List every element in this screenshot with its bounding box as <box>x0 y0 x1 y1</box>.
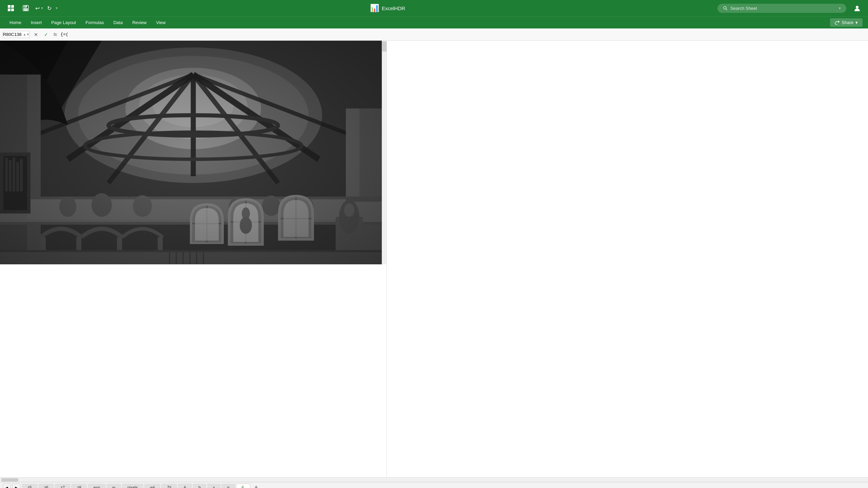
undo-button[interactable]: ↩ <box>35 5 40 12</box>
save-icon[interactable] <box>20 3 31 14</box>
church-image <box>0 41 387 264</box>
sheet-tab-x[interactable]: x <box>207 484 221 488</box>
svg-rect-2 <box>8 8 11 11</box>
sheet-tab-wij[interactable]: wij <box>144 484 160 488</box>
horizontal-scrollbar-thumb[interactable] <box>1 478 18 482</box>
menu-home[interactable]: Home <box>5 19 25 26</box>
title-bar-center: 📊 ExcelHDR <box>370 4 405 13</box>
title-bar-left: ↩ ▾ ↻ ▾ <box>5 3 58 14</box>
sheet-tab-a[interactable]: A <box>178 484 192 488</box>
title-bar: ↩ ▾ ↻ ▾ 📊 ExcelHDR Search Sheet ▾ <box>0 0 868 16</box>
app-title: ExcelHDR <box>382 5 405 11</box>
formula-input[interactable] <box>59 31 865 38</box>
formula-cancel-button[interactable]: ✕ <box>32 31 40 38</box>
menu-bar-right: Share ▾ <box>830 18 863 27</box>
svg-rect-0 <box>8 5 11 8</box>
sheet-tab-z6[interactable]: z6 <box>38 484 54 488</box>
formula-bar: R80C138 ▲▼ ✕ ✓ fx <box>0 28 868 41</box>
profile-icon[interactable] <box>852 3 863 14</box>
svg-point-10 <box>856 6 859 8</box>
grid-icon[interactable] <box>5 3 16 14</box>
sheet-tab-exp[interactable]: exp <box>88 484 106 488</box>
svg-rect-6 <box>24 8 28 11</box>
sheet-tab-z5[interactable]: z5 <box>22 484 38 488</box>
cell-ref-value: R80C138 <box>3 32 22 37</box>
sheet-tab-z7[interactable]: z7 <box>55 484 71 488</box>
share-label: Share <box>842 20 853 25</box>
menu-view[interactable]: View <box>152 19 170 26</box>
formula-confirm-button[interactable]: ✓ <box>42 31 50 38</box>
sheet-tabs: ◄ ► z5 z6 z7 z8 exp w pixels wij Zij A b… <box>0 482 868 488</box>
undo-redo-group: ↩ ▾ <box>35 5 43 12</box>
search-dropdown[interactable]: ▾ <box>839 6 841 11</box>
svg-rect-74 <box>0 41 387 264</box>
menu-page-layout[interactable]: Page Layout <box>47 19 80 26</box>
sheet-tab-b[interactable]: b <box>193 484 206 488</box>
search-placeholder: Search Sheet <box>730 6 757 11</box>
share-dropdown-icon: ▾ <box>855 20 858 25</box>
quick-access-dropdown[interactable]: ▾ <box>56 6 58 11</box>
share-button[interactable]: Share ▾ <box>830 18 863 27</box>
svg-rect-7 <box>25 5 25 7</box>
menu-bar: Home Insert Page Layout Formulas Data Re… <box>0 16 868 28</box>
menu-formulas[interactable]: Formulas <box>81 19 108 26</box>
menu-data[interactable]: Data <box>109 19 126 26</box>
menu-insert[interactable]: Insert <box>27 19 46 26</box>
sheet-tab-e[interactable]: E <box>236 484 250 488</box>
sheet-tab-w[interactable]: w <box>106 484 121 488</box>
cell-ref-dropdown[interactable]: ▲▼ <box>23 33 30 36</box>
title-bar-right: Search Sheet ▾ <box>717 3 863 14</box>
sheet-tab-zij[interactable]: Zij <box>161 484 177 488</box>
right-panel <box>387 41 868 477</box>
sheet-tab-g[interactable]: g <box>221 484 235 488</box>
cell-reference[interactable]: R80C138 ▲▼ <box>3 31 30 38</box>
sheet-tab-z8[interactable]: z8 <box>71 484 87 488</box>
main-content <box>0 41 868 477</box>
menu-review[interactable]: Review <box>128 19 151 26</box>
svg-point-8 <box>724 6 726 9</box>
app-logo-icon: 📊 <box>370 4 379 13</box>
svg-rect-3 <box>11 8 14 11</box>
svg-rect-1 <box>11 5 14 8</box>
svg-line-9 <box>726 9 727 10</box>
sheet-nav-next[interactable]: ► <box>12 484 20 488</box>
undo-dropdown[interactable]: ▾ <box>41 6 43 11</box>
search-sheet-box[interactable]: Search Sheet ▾ <box>717 4 846 13</box>
vertical-scrollbar[interactable] <box>382 41 387 264</box>
sheet-nav-prev[interactable]: ◄ <box>3 484 11 488</box>
add-sheet-button[interactable]: + <box>252 484 260 488</box>
scrollbar-thumb[interactable] <box>382 41 387 52</box>
redo-button[interactable]: ↻ <box>47 5 52 12</box>
horizontal-scrollbar[interactable] <box>0 477 868 482</box>
spreadsheet-area <box>0 41 387 477</box>
fx-label: fx <box>54 32 57 37</box>
sheet-tab-pixels[interactable]: pixels <box>122 484 144 488</box>
